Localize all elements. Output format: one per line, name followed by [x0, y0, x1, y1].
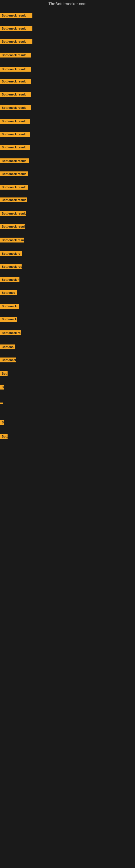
bottleneck-label: Bottleneck [0, 317, 17, 322]
bottleneck-label: Bottleneck re [0, 251, 22, 256]
bottleneck-item[interactable]: Bottleneck result [0, 53, 31, 58]
bottleneck-item[interactable]: Bottleneck result [0, 197, 27, 203]
bottleneck-label: Bottleneck result [0, 264, 21, 269]
bottleneck-label: Bottleneck [0, 358, 16, 362]
bottleneck-item[interactable]: Bottleneck result [0, 224, 25, 229]
bottleneck-label: B [0, 384, 4, 390]
bottleneck-label: Bottleneck result [0, 224, 25, 229]
bottleneck-label: Bottleneck r [0, 277, 19, 282]
bottleneck-item[interactable]: Bottleneck r [0, 304, 19, 309]
bottleneck-item[interactable]: Bot [0, 371, 8, 376]
bottleneck-item[interactable]: Bottleneck result [0, 13, 32, 18]
bottleneck-item[interactable]: Bottleneck result [0, 158, 29, 163]
bottleneck-item[interactable]: Bottleneck result [0, 79, 31, 84]
bottleneck-label: Bottleneck result [0, 13, 32, 18]
bottleneck-label: Bottleneck result [0, 92, 31, 97]
bottleneck-item[interactable]: Bottleneck r [0, 277, 19, 282]
bottleneck-item[interactable]: B [0, 384, 4, 390]
bottleneck-item[interactable]: Bottleneck result [0, 119, 30, 124]
bottleneck-item[interactable]: Bottleneck result [0, 26, 32, 31]
bottleneck-item[interactable]: Bottleneck result [0, 185, 28, 190]
bottleneck-item[interactable]: Bottleneck re [0, 251, 22, 256]
bottleneck-label: Bottleneck result [0, 39, 32, 44]
bottleneck-label: Bottleneck result [0, 53, 31, 58]
bottleneck-label: Bottleneck result [0, 197, 27, 203]
bottleneck-label: Bottleneck result [0, 26, 32, 31]
bottleneck-item[interactable]: Bottleneck result [0, 145, 30, 150]
bottleneck-label: Bot [0, 371, 8, 376]
bottleneck-item[interactable]: B [0, 420, 4, 425]
bottleneck-label: Bottleneck result [0, 119, 30, 124]
bottleneck-label: Bottleneck result [0, 132, 30, 137]
bottleneck-item[interactable]: Bottleneck result [0, 105, 31, 110]
bottleneck-label: B [0, 420, 4, 425]
bottleneck-item[interactable]: Bottleneck result [0, 92, 31, 97]
bottleneck-item[interactable]: Bottleneck result [0, 264, 21, 269]
bottleneck-item[interactable]: Bottleneck result [0, 238, 24, 243]
bottleneck-item[interactable]: Bottleneck result [0, 172, 28, 176]
bottleneck-label: Bottleneck result [0, 211, 26, 216]
bottleneck-label: Bottleneck result [0, 172, 28, 176]
bottleneck-label: Bottleneck result [0, 67, 31, 72]
bottleneck-item[interactable]: Bottleneck result [0, 132, 30, 137]
bottleneck-item[interactable]: Bottleneck [0, 317, 17, 322]
bottleneck-label: Bott [0, 434, 8, 439]
bottleneck-label: Bottleneck result [0, 158, 29, 163]
bottleneck-label: Bottleneck result [0, 105, 31, 110]
bottleneck-label: Bottlens [0, 344, 15, 349]
bottleneck-item[interactable]: Bottlenec [0, 290, 17, 295]
bottleneck-label: Bottleneck res [0, 330, 21, 335]
bottleneck-label: Bottleneck result [0, 145, 30, 150]
bottleneck-item[interactable] [0, 403, 3, 404]
bottleneck-label: Bottleneck result [0, 185, 28, 190]
bottleneck-item[interactable]: Bott [0, 434, 8, 439]
site-title: TheBottlenecker.com [0, 0, 135, 7]
bottleneck-item[interactable]: Bottlens [0, 344, 15, 349]
bottleneck-item[interactable]: Bottleneck result [0, 39, 32, 44]
bottleneck-item[interactable]: Bottleneck result [0, 211, 26, 216]
bottleneck-label: Bottleneck result [0, 79, 31, 84]
bottleneck-item[interactable]: Bottleneck res [0, 330, 21, 335]
bottleneck-label: Bottlenec [0, 290, 17, 295]
bottleneck-item[interactable]: Bottleneck [0, 358, 16, 362]
bottleneck-label: Bottleneck r [0, 304, 19, 309]
bottleneck-label: Bottleneck result [0, 238, 24, 243]
bottleneck-label [0, 403, 3, 404]
bottleneck-item[interactable]: Bottleneck result [0, 67, 31, 72]
